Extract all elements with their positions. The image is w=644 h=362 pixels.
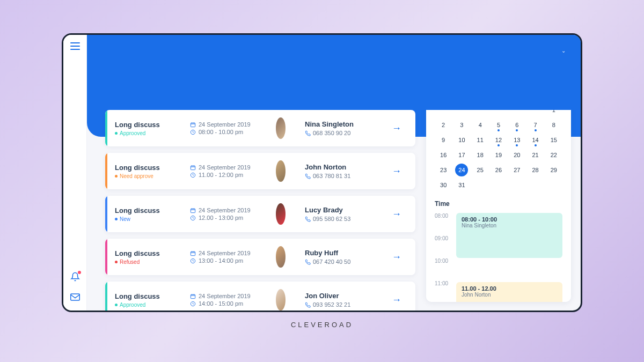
status-label: Refused xyxy=(120,259,140,265)
calendar-day[interactable]: 26 xyxy=(490,164,507,176)
patient-name: Ruby Huff xyxy=(305,249,378,257)
status-label: Approoved xyxy=(120,130,145,136)
calendar-day[interactable]: 23 xyxy=(435,164,452,176)
phone-icon xyxy=(305,130,311,136)
calendar-day[interactable]: 7 xyxy=(526,119,544,131)
calendar-day[interactable]: 18 xyxy=(472,149,489,161)
calendar-day[interactable]: 11 xyxy=(472,134,489,146)
calendar-day[interactable]: 10 xyxy=(453,134,470,146)
time-slot[interactable]: 08:00 - 10:00Nina Singleton xyxy=(456,213,562,258)
open-arrow-button[interactable]: → xyxy=(387,123,406,134)
sidebar xyxy=(63,35,87,311)
phone-text: 067 420 40 50 xyxy=(313,258,350,265)
calendar-day[interactable]: 17 xyxy=(453,149,470,161)
calendar-panel: ← September 2019 → MTWTFSS12345678910111… xyxy=(426,110,571,302)
calendar-day[interactable]: 30 xyxy=(435,179,452,191)
time-text: 12.00 - 13:00 pm xyxy=(199,215,243,221)
patient-name: Jon Oliver xyxy=(305,292,378,300)
time-slot[interactable]: 11.00 - 12.00John Norton xyxy=(456,282,562,302)
time-text: 11.00 - 12:00 pm xyxy=(199,172,243,178)
date-text: 24 September 2019 xyxy=(199,207,251,213)
time-label: 09:00 xyxy=(435,235,456,258)
patient-card[interactable]: Long discuss Refused 24 September 2019 1… xyxy=(105,239,415,275)
svg-rect-3 xyxy=(191,166,195,169)
calendar-day[interactable]: 1 xyxy=(545,110,562,116)
patient-list: Long discuss Approoved 24 September 2019… xyxy=(87,110,426,311)
phone-text: 068 350 90 20 xyxy=(313,130,350,136)
status-label: Approoved xyxy=(120,302,145,308)
svg-rect-5 xyxy=(191,209,195,212)
svg-rect-9 xyxy=(191,294,195,298)
patient-avatar xyxy=(276,117,286,139)
calendar-day[interactable]: 31 xyxy=(453,179,470,191)
chevron-down-icon: ⌄ xyxy=(561,48,566,54)
open-arrow-button[interactable]: → xyxy=(387,294,406,306)
calendar-day[interactable]: 12 xyxy=(490,134,507,146)
calendar-day[interactable]: 14 xyxy=(526,134,544,146)
patient-card[interactable]: Long discuss New 24 September 2019 12.00… xyxy=(105,196,415,232)
calendar-day[interactable]: 24 xyxy=(455,164,468,176)
phone-text: 063 780 81 31 xyxy=(313,173,350,179)
status-label: New xyxy=(120,216,130,222)
calendar-day[interactable]: 25 xyxy=(472,164,489,176)
open-arrow-button[interactable]: → xyxy=(387,252,406,263)
calendar-icon xyxy=(190,250,196,256)
phone-text: 093 952 32 21 xyxy=(313,301,350,308)
calendar-day[interactable]: 19 xyxy=(490,149,507,161)
calendar-icon xyxy=(190,293,196,299)
patient-avatar xyxy=(276,246,286,268)
svg-rect-7 xyxy=(191,252,195,255)
status-label: Need approve xyxy=(120,173,153,179)
date-text: 24 September 2019 xyxy=(199,164,251,171)
calendar-day[interactable]: 6 xyxy=(508,119,525,131)
appointment-title: Long discuss xyxy=(115,121,171,129)
slot-name: John Norton xyxy=(462,292,557,298)
calendar-day[interactable]: 15 xyxy=(545,134,562,146)
calendar-day[interactable]: 2 xyxy=(435,119,452,131)
phone-icon xyxy=(305,259,311,265)
calendar-icon xyxy=(190,165,196,171)
patient-card[interactable]: Long discuss Approoved 24 September 2019… xyxy=(105,110,415,146)
calendar-day[interactable]: 29 xyxy=(545,164,562,176)
slot-name: Nina Singleton xyxy=(462,223,557,228)
phone-icon xyxy=(305,173,311,179)
menu-icon[interactable] xyxy=(70,42,80,50)
calendar-day[interactable]: 21 xyxy=(526,149,544,161)
clock-icon xyxy=(190,301,196,307)
mail-icon[interactable] xyxy=(70,293,80,303)
clock-icon xyxy=(190,215,196,221)
calendar-day[interactable]: 8 xyxy=(545,119,562,131)
calendar-day[interactable]: 4 xyxy=(472,119,489,131)
phone-text: 095 580 62 53 xyxy=(313,216,350,222)
calendar-day[interactable]: 5 xyxy=(490,119,507,131)
patient-card[interactable]: Long discuss Need approve 24 September 2… xyxy=(105,153,415,189)
calendar-icon xyxy=(190,122,196,128)
brand-label: CLEVEROAD xyxy=(291,321,353,329)
patient-avatar xyxy=(276,203,286,225)
clock-icon xyxy=(190,172,196,178)
open-arrow-button[interactable]: → xyxy=(387,209,406,220)
svg-rect-1 xyxy=(191,123,195,127)
calendar-day[interactable]: 9 xyxy=(435,134,452,146)
time-label: 11:00 xyxy=(435,280,456,302)
calendar-day[interactable]: 16 xyxy=(435,149,452,161)
time-label: 08:00 xyxy=(435,213,456,235)
calendar-day[interactable]: 3 xyxy=(453,119,470,131)
appointment-title: Long discuss xyxy=(115,164,171,172)
bell-icon[interactable] xyxy=(70,272,80,284)
calendar-day[interactable]: 20 xyxy=(508,149,525,161)
appointment-title: Long discuss xyxy=(115,292,171,300)
clock-icon xyxy=(190,129,196,135)
clock-icon xyxy=(190,258,196,264)
time-text: 13:00 - 14:00 pm xyxy=(199,257,243,264)
open-arrow-button[interactable]: → xyxy=(387,166,406,177)
calendar-day[interactable]: 22 xyxy=(545,149,562,161)
calendar-day[interactable]: 27 xyxy=(508,164,525,176)
calendar-day[interactable]: 28 xyxy=(526,164,544,176)
calendar-day[interactable]: 13 xyxy=(508,134,525,146)
time-section-label: Time xyxy=(435,200,562,208)
date-text: 24 September 2019 xyxy=(199,250,251,256)
appointment-title: Long discuss xyxy=(115,206,171,215)
patient-card[interactable]: Long discuss Approoved 24 September 2019… xyxy=(105,282,415,311)
time-text: 08:00 - 10.00 pm xyxy=(199,129,243,135)
